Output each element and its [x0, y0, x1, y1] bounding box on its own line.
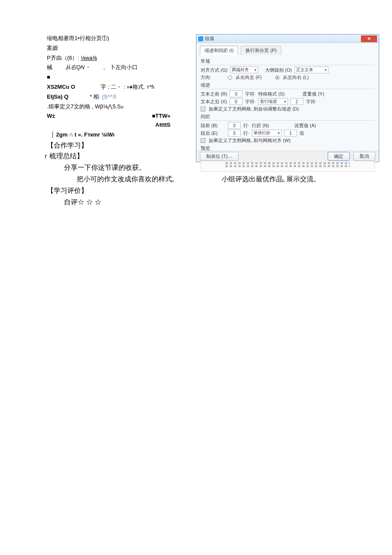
garble-fragment: 字 ; 二・ : »♦格式. т*fı	[101, 83, 154, 92]
garble-line: │ 2gm ∩ t «. Fткmr ⅛iWı	[51, 131, 179, 139]
garble-line: XS2MCu О 字 ; 二・ : »♦格式. т*fı	[47, 83, 179, 92]
row-indent-before: 文本之前 (R) 0 字符· 特殊格式 (S) 度量值 (Y)	[201, 90, 375, 97]
garbled-text-block: 缩电相赛而1•行相分页①) 案嫄 P齐由（(6）: ⅛wa⅜ 械 从右QN・ 。…	[47, 34, 179, 139]
app-icon	[198, 36, 203, 41]
checkbox-auto-indent-label: 如果定义了文档网格, 则自动调整右缩进 (D)	[209, 106, 299, 112]
unit-mult: 倍	[300, 130, 304, 137]
preview-line	[225, 165, 350, 167]
garble-fragment: XS2MCu О	[47, 83, 75, 92]
garble-fragment: * 相· (S^^3	[90, 93, 116, 102]
garble-line: .组事定义7文的格 , Wβ⅛⋀5.Sᵦ·	[47, 102, 179, 111]
garble-fragment: ■TTW«	[152, 112, 170, 121]
garble-fragment: 械	[47, 63, 52, 72]
garble-line: 案嫄	[47, 44, 179, 53]
checkbox-snap-grid[interactable]: ✓	[201, 138, 205, 143]
preview-line	[225, 162, 350, 164]
heading-evaluation: 【学习评价】	[47, 186, 379, 195]
line-spacing-select[interactable]: 单倍行距	[252, 130, 282, 137]
unit-line: 行·	[243, 130, 249, 137]
unit-char: 字符·	[245, 91, 256, 97]
paragraph-dialog: 段落 ✕ 缩进和间距 (I) 换行和分页 (P) 常规 对齐方式 (G) 两端对…	[196, 34, 379, 162]
radio-rtl[interactable]	[228, 76, 232, 80]
outline-value: 正文文本	[296, 67, 313, 73]
before-para-label: 段前 (B)	[201, 122, 225, 129]
alignment-value: 两端对齐	[232, 67, 249, 73]
garble-fragment: EtjSa) Q	[47, 93, 69, 102]
cancel-button[interactable]: 取消	[353, 152, 375, 161]
tab-indent-spacing[interactable]: 缩进和间距 (I)	[200, 46, 238, 55]
after-text-spinner[interactable]: 0	[230, 98, 242, 105]
radio-ltr-label: 从左向右 (L)	[283, 74, 309, 81]
row-direction: 方向: 从右向左 (F) 从左向右 (L)	[201, 74, 375, 81]
tab-row: 缩进和间距 (I) 换行和分页 (P)	[196, 43, 379, 55]
dialog-titlebar[interactable]: 段落 ✕	[196, 35, 379, 43]
close-button[interactable]: ✕	[361, 35, 377, 42]
row-alignment: 对齐方式 (G) 两端对齐 大纲级别 (O) 正文文本	[201, 67, 375, 73]
checkbox-snap-grid-label: 如果定义了文档网格, 则与网格对齐 (W)	[209, 137, 291, 144]
set-value-spinner[interactable]: 1	[284, 130, 297, 137]
radio-ltr[interactable]	[275, 76, 280, 80]
section-general: 常规	[201, 58, 375, 65]
section-indent: 缩进	[201, 82, 375, 89]
garble-line: ■	[47, 73, 179, 82]
section-spacing: 间距	[201, 113, 375, 121]
dialog-title: 段落	[205, 35, 361, 42]
radio-rtl-label: 从右向左 (F)	[236, 74, 262, 81]
line-spacing-label: 行距 (N)	[252, 122, 277, 129]
garble-fragment: * 相·	[90, 93, 102, 100]
garble-fragment: 从右QN・	[65, 63, 90, 72]
outline-select[interactable]: 正文文本	[294, 67, 329, 73]
garble-line: 缩电相赛而1•行相分页①)	[47, 34, 179, 43]
dialog-button-row: 制表位 (T)… 确定 取消	[196, 151, 379, 162]
unit-line: 行·	[243, 122, 249, 129]
text-assignment-left: 把小可的作文改成你喜欢的样式,	[77, 175, 222, 184]
alignment-label: 对齐方式 (G)	[201, 67, 228, 73]
row-spacing-before: 段前 (B) 0 行· 行距 (N) 设置值 (A)	[201, 122, 375, 129]
direction-label: 方向:	[201, 74, 225, 81]
garble-fragment: (S^^3	[102, 93, 115, 100]
tab-line-page-break[interactable]: 换行和分页 (P)	[241, 46, 281, 55]
garble-line: EtjSa) Q * 相· (S^^3	[47, 93, 179, 102]
garble-fragment: AttttS	[152, 121, 170, 130]
close-icon: ✕	[367, 36, 371, 41]
before-text-label: 文本之前 (R)	[201, 91, 227, 97]
special-format-value: 首行缩进	[260, 99, 277, 105]
text-assignment-row: 把小可的作文改成你喜欢的样式, 小组评选出最优作品, 展示交流。	[47, 175, 379, 184]
tabs-button[interactable]: 制表位 (T)…	[200, 152, 239, 161]
outline-label: 大纲级别 (O)	[265, 67, 292, 73]
special-format-select[interactable]: 首行缩进	[258, 98, 288, 105]
garble-fragment: ⅛wa⅜	[81, 55, 97, 61]
set-value-label: 设置值 (A)	[294, 122, 319, 129]
row-spacing-check: ✓ 如果定义了文档网格, 则与网格对齐 (W)	[201, 137, 375, 144]
row-indent-check: ✓ 如果定义了文档网格, 则自动调整右缩进 (D)	[201, 106, 375, 112]
line-spacing-value: 单倍行距	[254, 130, 271, 136]
unit-char: 字符·	[245, 99, 256, 105]
after-para-spinner[interactable]: 0	[228, 130, 241, 137]
before-text-spinner[interactable]: 0	[230, 90, 242, 97]
row-indent-after: 文本之后 (X) 0 字符· 首行缩进 2 字符·	[201, 98, 375, 105]
alignment-select[interactable]: 两端对齐	[230, 67, 258, 73]
unit-char: 字符·	[306, 99, 317, 105]
after-text-label: 文本之后 (X)	[201, 99, 227, 105]
ok-button[interactable]: 确定	[328, 152, 350, 161]
garble-fragment: 。 卜左向小口	[103, 63, 138, 72]
metric-spinner[interactable]: 2	[291, 98, 303, 105]
metric-label: 度量值 (Y)	[303, 91, 327, 97]
garble-line: W± ■TTW« AttttS	[47, 112, 170, 130]
garble-fragment: P齐由（(6）:	[47, 55, 81, 61]
row-spacing-after: 段后 (E) 0 行· 单倍行距 1 倍	[201, 130, 375, 137]
garble-line: P齐由（(6）: ⅛wa⅜	[47, 54, 179, 63]
garble-line: 械 从右QN・ 。 卜左向小口	[47, 63, 179, 72]
before-para-spinner[interactable]: 0	[228, 122, 241, 129]
text-assignment-right: 小组评选出最优作品, 展示交流。	[222, 175, 320, 184]
special-format-label: 特殊格式 (S)	[258, 91, 285, 97]
text-rating: 自评☆ ☆ ☆	[64, 198, 379, 207]
checkbox-auto-indent[interactable]: ✓	[201, 107, 205, 111]
after-para-label: 段后 (E)	[201, 130, 225, 137]
garble-fragment: W±	[47, 112, 55, 130]
